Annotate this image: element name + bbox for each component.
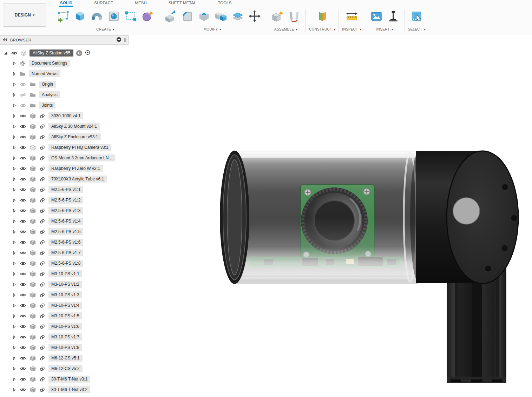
tree-row[interactable]: M2.5-6-PS v1:1 [12,184,129,195]
tree-item-label[interactable]: M3-10-PS v1:1 [48,270,82,277]
tree-item-label[interactable]: Raspberry Pi HQ Camera v3:1 [48,144,111,151]
design-menu-button[interactable]: DESIGN ▾ [3,4,46,27]
visibility-eye-icon[interactable] [19,156,26,160]
tree-item-label[interactable]: Named Views [29,70,60,77]
expand-arrow-icon[interactable] [12,135,16,139]
visibility-eye-icon[interactable] [19,124,26,129]
tree-item-label[interactable]: M2.5-6-PS v1:5 [48,228,83,235]
expand-arrow-icon[interactable] [12,377,16,382]
visibility-eye-icon[interactable] [19,293,26,297]
panel-drag-grip[interactable] [124,38,126,42]
expand-arrow-icon[interactable] [12,198,16,203]
tree-row[interactable]: 70X100X3 Acrylic Tube v6:1 [12,174,129,184]
construct-dropdown[interactable]: CONSTRUCT ▾ [309,27,335,31]
expand-arrow-icon[interactable] [12,335,16,339]
tree-item-label[interactable]: AllSky Z Enclosure v93:1 [48,133,101,140]
tree-row[interactable]: 30-T-M6 T-Nut v3:2 [12,384,129,395]
visibility-eye-icon[interactable] [19,303,26,308]
tree-root-row[interactable]: AllSky Z Station v55 G [4,48,129,58]
root-document-label[interactable]: AllSky Z Station v55 [29,49,73,57]
visibility-eye-icon[interactable] [19,114,26,118]
tree-row[interactable]: Raspberry Pi HQ Camera v3:1 [12,142,129,153]
expand-arrow-icon[interactable] [12,293,16,297]
visibility-eye-icon[interactable] [19,261,26,266]
expand-arrow-icon[interactable] [12,251,16,255]
camera-mount-model[interactable] [416,151,518,284]
tree-item-label[interactable]: M2.5-6-PS v1:4 [48,218,83,225]
expand-arrow-icon[interactable] [12,282,16,287]
expand-arrow-icon[interactable] [12,114,16,118]
expand-arrow-icon[interactable] [12,166,16,171]
visibility-eye-off-icon[interactable] [19,93,26,97]
expand-arrow-icon[interactable] [12,272,16,276]
expand-arrow-icon[interactable] [12,177,16,181]
tree-item-label[interactable]: M3-10-PS v1:4 [48,302,82,309]
extrusion-rail-model[interactable] [447,268,506,383]
tree-item-label[interactable]: AllSky Z 30 Mount v24:1 [48,123,100,130]
expand-arrow-icon[interactable] [12,345,16,350]
primitive-button[interactable] [106,8,122,26]
activate-component-radio-icon[interactable] [85,50,90,57]
tree-item-label[interactable]: 30-T-M6 T-Nut v3:2 [48,386,90,393]
expand-arrow-open-icon[interactable] [4,51,8,55]
press-pull-button[interactable] [162,8,178,26]
joint-button[interactable] [286,8,302,26]
tree-item-label[interactable]: Joints [39,102,55,109]
tree-item-label[interactable]: M2.5-6-PS v1:6 [48,239,83,246]
expand-arrow-icon[interactable] [12,72,16,76]
visibility-eye-icon[interactable] [19,187,26,192]
insert-mcmaster-button[interactable] [385,8,401,26]
tree-item-label[interactable]: M6-12-CS v5:1 [48,355,83,362]
extrude-button[interactable] [72,8,88,26]
tree-row[interactable]: Origin [12,79,129,90]
tree-row[interactable]: M2.5-6-PS v1:8 [12,258,129,269]
tree-item-label[interactable]: M3-10-PS v1:5 [48,312,82,319]
expand-arrow-icon[interactable] [12,209,16,213]
fillet-button[interactable] [179,8,195,26]
tab-solid[interactable]: SOLID [59,0,73,7]
tree-item-label[interactable]: M2.5-6-PS v1:2 [48,197,83,204]
expand-arrow-icon[interactable] [12,366,16,371]
expand-arrow-icon[interactable] [12,388,16,392]
tree-item-label[interactable]: Origin [39,81,56,88]
modify-dropdown[interactable]: MODIFY ▾ [204,27,222,31]
tree-row[interactable]: M2.5-6-PS v1:7 [12,247,129,258]
expand-arrow-icon[interactable] [12,156,16,160]
tree-item-label[interactable]: M2.5-6-PS v1:3 [48,207,83,214]
tree-row[interactable]: M2.5-6-PS v1:2 [12,195,129,205]
visibility-eye-icon[interactable] [19,324,26,329]
insert-canvas-button[interactable] [368,8,385,26]
tree-row[interactable]: 30-T-M6 T-Nut v3:1 [12,374,129,384]
tree-item-label[interactable]: M3-10-PS v1:8 [48,344,82,351]
tree-row[interactable]: AllSky Z Enclosure v93:1 [12,132,129,142]
tree-item-label[interactable]: M3-10-PS v1:2 [48,281,82,288]
visibility-eye-off-icon[interactable] [19,82,26,87]
create-sketch-button[interactable] [55,8,71,26]
tree-item-label[interactable]: M6-12-CS v5:2 [48,365,83,372]
tree-row[interactable]: M3-10-PS v1:1 [12,269,129,279]
revolve-button[interactable] [89,8,105,26]
visibility-eye-icon[interactable] [19,377,26,382]
expand-arrow-icon[interactable] [12,261,16,266]
visibility-eye-icon[interactable] [19,177,26,181]
visibility-eye-icon[interactable] [19,198,26,203]
tree-item-label[interactable]: M3-10-PS v1:7 [48,333,82,340]
tree-row[interactable]: M6-12-CS v5:2 [12,363,129,374]
visibility-eye-icon[interactable] [19,272,26,276]
shell-button[interactable] [196,8,212,26]
tree-item-label[interactable]: 30-T-M6 T-Nut v3:1 [48,376,90,383]
tree-row[interactable]: M3-10-PS v1:8 [12,342,129,353]
tree-row[interactable]: M2.5-6-PS v1:3 [12,205,129,216]
tree-row[interactable]: Named Views [12,68,129,79]
tree-row[interactable]: M3-10-PS v1:3 [12,290,129,300]
tree-item-label[interactable]: CS-Mount 3.2mm Arducam LN... [48,154,115,161]
expand-arrow-icon[interactable] [12,187,16,192]
tab-tools[interactable]: TOOLS [217,0,233,7]
tree-row[interactable]: 3030-1000 v4:1 [12,111,129,121]
tree-row[interactable]: M3-10-PS v1:7 [12,332,129,342]
collapse-panel-icon[interactable] [2,37,7,43]
visibility-eye-icon[interactable] [19,345,26,350]
visibility-eye-icon[interactable] [19,230,26,234]
visibility-eye-icon[interactable] [19,282,26,287]
visibility-eye-icon[interactable] [19,366,26,371]
